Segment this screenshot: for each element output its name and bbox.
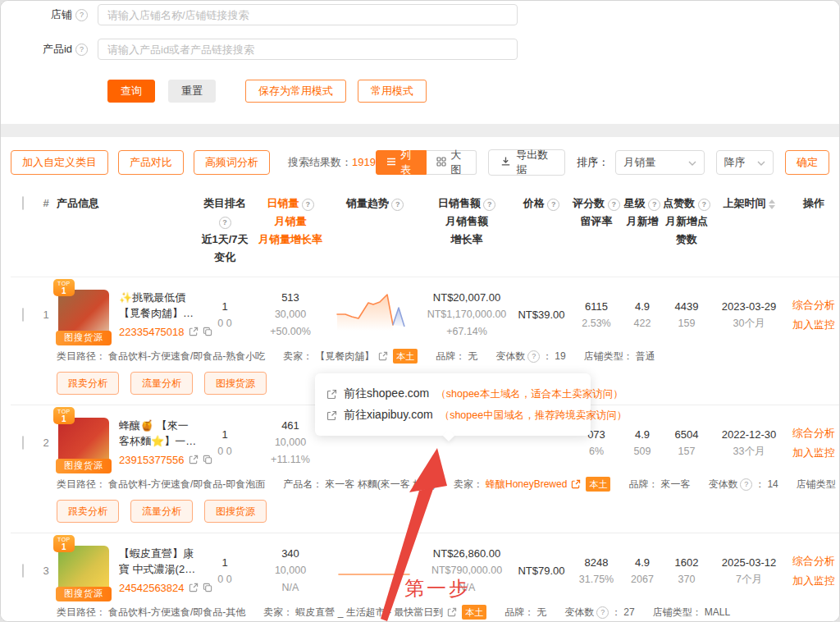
sort-order-select[interactable]: 降序 xyxy=(716,150,774,175)
row-checkbox[interactable] xyxy=(22,308,24,322)
op-link[interactable]: 综合分析 xyxy=(787,423,840,443)
col-likes: 点赞数 ? 月新增点赞数 xyxy=(662,194,711,267)
external-link-icon[interactable] xyxy=(378,351,388,361)
op-link[interactable]: 加入监控 xyxy=(787,315,840,335)
star-cell: 4.92067 xyxy=(623,554,662,588)
help-icon[interactable]: ? xyxy=(527,350,540,363)
list-icon xyxy=(386,157,396,169)
star-cell: 4.9422 xyxy=(623,298,662,332)
external-link-icon[interactable] xyxy=(447,607,457,617)
help-icon[interactable]: ? xyxy=(547,199,559,211)
local-badge: 本土 xyxy=(462,605,486,620)
product-compare-button[interactable]: 产品对比 xyxy=(118,150,184,175)
row-checkbox[interactable] xyxy=(22,436,24,450)
product-id-input[interactable] xyxy=(98,39,518,60)
trend-sparkline xyxy=(329,290,421,341)
product-id[interactable]: 23915377556 xyxy=(119,451,198,469)
row-actions: 跟卖分析流量分析图搜货源 xyxy=(57,500,839,523)
download-icon xyxy=(500,156,511,169)
sort-icon[interactable] xyxy=(769,199,775,209)
col-star: 星级 ? 月新增 xyxy=(623,194,662,267)
price-cell: NT$39.00 xyxy=(513,306,570,323)
category-rank-cell: 10 0 xyxy=(198,426,252,460)
product-image[interactable]: TOP1 图搜货源 xyxy=(58,290,109,341)
row-meta: 类目路径： 食品饮料-方便速食/即食品-其他 卖家： 蝦皮直營 _ 生活超市 -… xyxy=(57,605,839,620)
help-icon[interactable]: ? xyxy=(75,43,88,56)
image-search-tag[interactable]: 图搜货源 xyxy=(56,587,112,601)
product-title[interactable]: 【蝦皮直營】康寶 中式濃湯(2包/入) 16款... xyxy=(119,546,198,577)
grid-icon xyxy=(436,157,446,169)
chevron-down-icon xyxy=(688,157,696,169)
help-icon[interactable]: ? xyxy=(391,199,404,211)
row-action-button[interactable]: 流量分析 xyxy=(130,500,193,523)
meta-item: 变体数?： 19 xyxy=(495,350,565,364)
product-title[interactable]: 蜂釀🍯 【來一客杯麵⭐】一張訂單最多2... xyxy=(119,418,198,449)
product-id[interactable]: 22335475018 xyxy=(119,323,198,341)
col-listed-time[interactable]: 上架时间 xyxy=(711,194,787,267)
shop-search-input[interactable] xyxy=(98,4,518,25)
help-icon[interactable]: ? xyxy=(740,478,752,491)
goto-shopee-link[interactable]: 前往shopee.com （shopee本土域名，适合本土卖家访问） xyxy=(326,383,579,405)
image-search-tag[interactable]: 图搜货源 xyxy=(56,331,112,345)
help-icon[interactable]: ? xyxy=(648,199,660,211)
list-view-button[interactable]: 列表 xyxy=(376,150,427,175)
product-title[interactable]: ✨挑戰最低價【覓餐肉舖】舒肥雞胸肉｜... xyxy=(119,290,198,321)
shopee-link-tooltip: 前往shopee.com （shopee本土域名，适合本土卖家访问） 前往xia… xyxy=(315,373,591,436)
sort-field-select[interactable]: 月销量 xyxy=(615,150,704,175)
confirm-button[interactable]: 确定 xyxy=(785,150,829,175)
col-ops: 操作 xyxy=(787,194,840,267)
common-mode-button[interactable]: 常用模式 xyxy=(358,80,427,103)
product-image[interactable]: TOP1 图搜货源 xyxy=(58,546,109,597)
trend-sparkline xyxy=(329,546,421,597)
revenue-cell: NT$20,007.00NT$1,170,000.00+67.14% xyxy=(421,289,513,341)
high-freq-words-button[interactable]: 高频词分析 xyxy=(194,150,270,175)
external-link-icon[interactable] xyxy=(571,479,581,489)
product-id[interactable]: 24542563824 xyxy=(119,579,198,597)
image-search-tag[interactable]: 图搜货源 xyxy=(56,459,112,473)
meta-item: 卖家： 蜂釀HoneyBrewed 本土 xyxy=(454,477,610,492)
export-data-button[interactable]: 导出数据 xyxy=(488,149,565,176)
sales-cell: 51330,000+50.00% xyxy=(252,289,329,341)
help-icon[interactable]: ? xyxy=(596,606,609,619)
ops-cell: 综合分析加入监控 xyxy=(787,423,840,463)
seller-link[interactable]: 蜂釀HoneyBrewed xyxy=(486,478,567,492)
query-button[interactable]: 查询 xyxy=(107,80,155,103)
external-link-icon[interactable] xyxy=(189,455,199,464)
row-action-button[interactable]: 图搜货源 xyxy=(204,500,267,523)
help-icon[interactable]: ? xyxy=(483,199,495,211)
row-action-button[interactable]: 流量分析 xyxy=(130,372,193,395)
help-icon[interactable]: ? xyxy=(75,9,88,21)
row-checkbox[interactable] xyxy=(22,564,24,578)
op-link[interactable]: 综合分析 xyxy=(787,295,840,315)
meta-item: 变体数?： 14 xyxy=(708,478,778,492)
chevron-down-icon xyxy=(757,157,765,169)
help-icon[interactable]: ? xyxy=(219,217,231,229)
sort-label: 排序： xyxy=(577,155,609,170)
external-link-icon xyxy=(326,389,337,400)
add-custom-category-button[interactable]: 加入自定义类目 xyxy=(11,150,108,175)
op-link[interactable]: 综合分析 xyxy=(787,551,840,571)
op-link[interactable]: 加入监控 xyxy=(787,571,840,591)
row-action-button[interactable]: 图搜货源 xyxy=(204,372,267,395)
star-cell: 4.9509 xyxy=(623,426,662,460)
listed-time-cell: 2023-03-2930个月 xyxy=(711,298,787,332)
help-icon[interactable]: ? xyxy=(302,199,314,211)
external-link-icon[interactable] xyxy=(189,327,199,336)
product-image[interactable]: TOP1 图搜货源 xyxy=(58,418,109,469)
ops-cell: 综合分析加入监控 xyxy=(787,551,840,591)
col-sales[interactable]: 日销量 ? 月销量 月销量增长率 xyxy=(252,194,329,267)
select-all-checkbox[interactable] xyxy=(22,196,24,210)
op-link[interactable]: 加入监控 xyxy=(787,443,840,463)
reset-button[interactable]: 重置 xyxy=(168,80,216,103)
help-icon[interactable]: ? xyxy=(608,199,620,211)
shop-label: 店铺 ? xyxy=(1,7,88,22)
row-action-button[interactable]: 跟卖分析 xyxy=(57,372,119,395)
row-action-button[interactable]: 跟卖分析 xyxy=(57,500,119,523)
category-rank-cell: 10 0 xyxy=(198,554,252,588)
save-common-mode-button[interactable]: 保存为常用模式 xyxy=(245,80,346,103)
external-link-icon[interactable] xyxy=(189,583,199,592)
goto-xiapibuy-link[interactable]: 前往xiapibuy.com （shopee中国域名，推荐跨境卖家访问） xyxy=(326,405,579,426)
help-icon[interactable]: ? xyxy=(698,199,710,211)
price-cell: NT$79.00 xyxy=(513,562,570,579)
grid-view-button[interactable]: 大图 xyxy=(427,150,477,175)
